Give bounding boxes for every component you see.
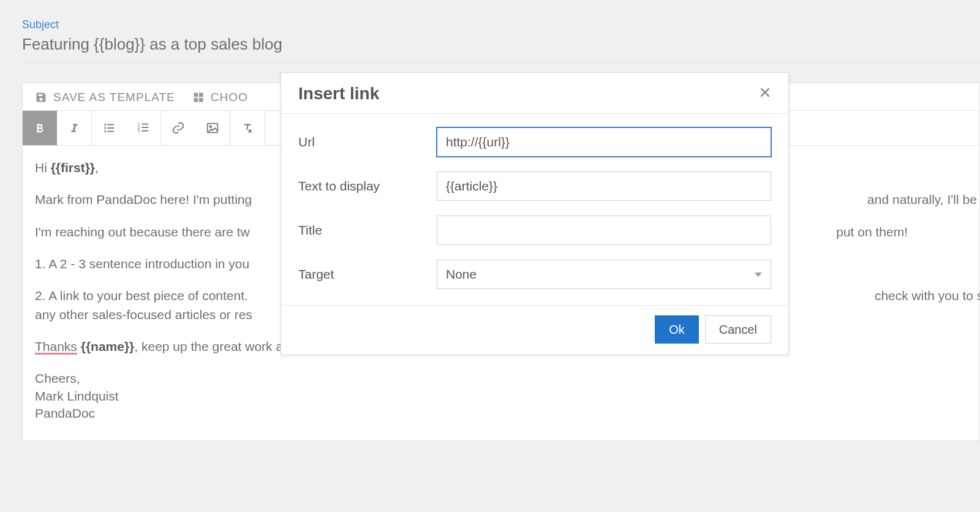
- greeting-name: {{first}}: [51, 160, 95, 175]
- greeting-prefix: Hi: [35, 160, 51, 175]
- save-icon: [35, 91, 47, 104]
- svg-rect-2: [194, 98, 198, 102]
- signature-line-1: Cheers,: [35, 370, 967, 387]
- svg-rect-0: [194, 93, 198, 97]
- image-button[interactable]: [195, 111, 230, 145]
- ok-button[interactable]: Ok: [655, 315, 699, 344]
- svg-rect-9: [107, 131, 114, 132]
- svg-rect-13: [141, 124, 148, 125]
- save-as-template-label: SAVE AS TEMPLATE: [53, 91, 175, 104]
- save-as-template-button[interactable]: SAVE AS TEMPLATE: [35, 91, 175, 104]
- svg-rect-7: [107, 124, 114, 126]
- choose-template-label: CHOO: [211, 91, 248, 104]
- italic-button[interactable]: [57, 111, 91, 145]
- text-to-display-label: Text to display: [298, 179, 437, 194]
- svg-point-17: [209, 126, 211, 127]
- p4a-tail: check with you to se: [875, 287, 980, 304]
- target-value: None: [446, 267, 477, 282]
- greeting-suffix: ,: [95, 160, 99, 175]
- p3: 1. A 2 - 3 sentence introduction in you: [35, 257, 249, 271]
- p2: I'm reaching out because there are tw: [35, 224, 250, 241]
- target-label: Target: [298, 267, 437, 282]
- divider: [22, 62, 980, 63]
- grid-icon: [192, 91, 205, 104]
- close-icon[interactable]: [759, 86, 771, 101]
- svg-rect-3: [199, 98, 203, 102]
- svg-rect-8: [107, 127, 114, 129]
- svg-rect-15: [141, 130, 148, 132]
- p2-tail: put on them!: [836, 224, 908, 241]
- cancel-button[interactable]: Cancel: [705, 315, 771, 344]
- title-input[interactable]: [437, 216, 771, 245]
- numbered-list-button[interactable]: 123: [126, 111, 160, 145]
- svg-rect-14: [141, 127, 148, 128]
- bold-button[interactable]: [23, 111, 57, 145]
- thanks-word: Thanks: [35, 339, 77, 355]
- target-select[interactable]: None: [437, 260, 771, 289]
- p1: Mark from PandaDoc here! I'm putting: [35, 191, 252, 208]
- svg-point-6: [104, 130, 106, 132]
- p4b: any other sales-focused articles or res: [35, 307, 252, 322]
- insert-link-dialog: Insert link Url Text to display Title Ta…: [281, 72, 789, 355]
- link-button[interactable]: [161, 111, 195, 145]
- bullet-list-button[interactable]: [92, 111, 126, 145]
- svg-point-5: [104, 127, 106, 129]
- text-to-display-input[interactable]: [437, 171, 771, 201]
- signature-line-3: PandaDoc: [35, 405, 967, 422]
- p1-tail: and naturally, I'll be in: [867, 191, 980, 208]
- choose-template-button[interactable]: CHOO: [192, 91, 248, 104]
- subject-value[interactable]: Featuring {{blog}} as a top sales blog: [22, 35, 980, 60]
- dialog-title: Insert link: [298, 84, 379, 104]
- thanks-name: {{name}}: [81, 339, 135, 353]
- subject-label: Subject: [22, 18, 980, 31]
- svg-point-4: [104, 124, 106, 126]
- chevron-down-icon: [755, 273, 762, 277]
- svg-text:3: 3: [138, 129, 140, 133]
- svg-rect-1: [199, 93, 203, 97]
- clear-formatting-button[interactable]: [230, 111, 265, 145]
- p4a: 2. A link to your best piece of content.: [35, 287, 248, 304]
- signature-line-2: Mark Lindquist: [35, 388, 967, 405]
- url-label: Url: [298, 135, 437, 149]
- title-label: Title: [298, 223, 437, 238]
- url-input[interactable]: [437, 127, 771, 157]
